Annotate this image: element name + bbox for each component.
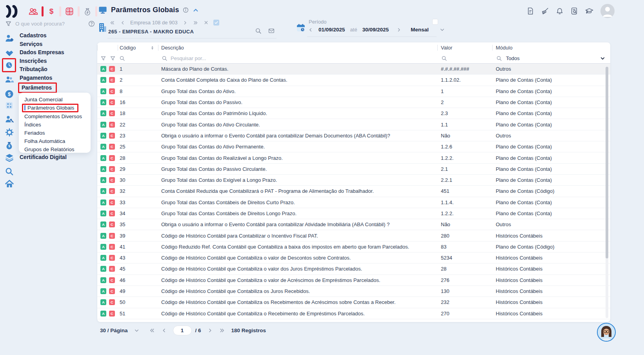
modulo-filter-select[interactable]: Todos [506, 55, 520, 61]
next-period-button[interactable] [396, 27, 402, 33]
handshake-icon[interactable] [5, 49, 14, 58]
app-logo[interactable] [5, 5, 18, 18]
table-row[interactable]: A C 46 Código de Histórico Contábil que … [97, 275, 610, 286]
submenu-item-junta-comercial[interactable]: Junta Comercial [24, 95, 91, 104]
codigo-search-icon[interactable] [119, 55, 125, 61]
modulo-dropdown-chevron-icon[interactable] [600, 55, 606, 61]
sidebar-item-tributacao[interactable]: Tributação [20, 66, 47, 72]
table-row[interactable]: A C 51 Código de Histórico Contábil que … [97, 308, 610, 319]
calculator-grid-icon[interactable] [65, 7, 74, 16]
table-row[interactable]: A C 32 Conta Contábil Reduzida que Conta… [97, 186, 610, 197]
table-row[interactable]: A C 29 Grupo Total das Contas do Passivo… [97, 164, 610, 175]
prev-page-button[interactable] [161, 328, 167, 333]
last-page-button[interactable] [219, 328, 226, 333]
document-search-icon[interactable] [570, 7, 578, 15]
home-icon[interactable] [5, 179, 14, 188]
person-key-icon[interactable] [5, 115, 14, 124]
filter-funnel-icon[interactable] [110, 55, 116, 61]
table-row[interactable]: A C 41 Código Reduzido Ref. Conta Contáb… [97, 242, 610, 253]
header-codigo[interactable]: Código [118, 42, 158, 53]
table-row[interactable]: A C 25 Grupo Total das Contas do Ativo P… [97, 141, 610, 152]
prev-period-button[interactable] [308, 27, 313, 33]
help-icon[interactable] [88, 20, 95, 27]
period-start-date[interactable]: 01/09/2025 [318, 27, 345, 33]
next-page-button[interactable] [207, 328, 213, 333]
envelope-icon[interactable] [268, 27, 275, 34]
broom-icon[interactable] [541, 7, 549, 15]
filter-funnel-icon[interactable] [100, 55, 106, 61]
first-company-button[interactable] [109, 20, 115, 26]
valor-search-icon[interactable] [441, 55, 447, 61]
table-row[interactable]: A C 33 Grupo Total das Contas Contábeis … [97, 197, 610, 208]
header-valor[interactable]: Valor [437, 42, 492, 53]
page-number-input[interactable] [175, 328, 190, 333]
per-page-chevron-icon[interactable] [134, 328, 140, 333]
period-end-date[interactable]: 30/09/2025 [362, 27, 389, 33]
table-row[interactable]: A C 50 Código de Histórico Contábil que … [97, 297, 610, 308]
table-row[interactable]: A C 8 Grupo Total das Contas do Ativo. 1… [97, 86, 610, 97]
sidebar-item-dados-empresas[interactable]: Dados Empresas [20, 49, 64, 55]
support-chat-avatar[interactable] [597, 323, 616, 342]
table-row[interactable]: A C 39 Código de Histórico Contábil para… [97, 230, 610, 241]
submenu-item-grupos-relatorios[interactable]: Grupos de Relatórios [24, 145, 91, 154]
sort-icon[interactable] [150, 45, 155, 51]
first-page-button[interactable] [149, 328, 155, 333]
table-row[interactable]: A C 45 Código de Histórico Contábil que … [97, 264, 610, 274]
sidebar-item-servicos[interactable]: Serviços [20, 41, 42, 47]
period-mode-select[interactable]: Mensal [411, 27, 429, 33]
graduation-cap-icon[interactable] [585, 7, 594, 15]
search-rail-icon[interactable] [5, 167, 14, 176]
layers-icon[interactable] [5, 153, 14, 162]
dollar-icon[interactable]: $ [47, 6, 56, 16]
company-checkbox[interactable] [213, 20, 219, 26]
calculator-icon[interactable] [5, 101, 14, 110]
modulo-search-icon[interactable] [496, 55, 502, 61]
table-row[interactable]: A C 34 Grupo Total das Contas Contábeis … [97, 208, 610, 219]
info-icon[interactable] [183, 7, 189, 13]
sidebar-item-cadastros[interactable]: Cadastros [20, 32, 46, 38]
dollar-circle-icon[interactable]: $ [5, 90, 14, 99]
header-descricao[interactable]: Descrição [158, 42, 437, 53]
table-scrollbar-thumb[interactable] [606, 67, 608, 258]
header-modulo[interactable]: Módulo [492, 42, 610, 53]
table-row[interactable]: A C 35 Obriga o usuário a informar o Eve… [97, 219, 610, 230]
submenu-item-folha-automatica[interactable]: Folha Automática [24, 137, 91, 145]
gear-icon[interactable] [5, 128, 14, 137]
user-settings-icon[interactable] [5, 34, 14, 43]
period-mode-chevron-icon[interactable] [439, 27, 445, 33]
table-row[interactable]: A C 43 Código de Histórico Contábil que … [97, 253, 610, 264]
money-bag-blue-icon[interactable]: $ [5, 141, 14, 150]
table-row[interactable]: A C 23 Obriga o usuário a informar o Eve… [97, 130, 610, 141]
table-row[interactable]: A C 28 Grupo Total das Contas do Realizá… [97, 152, 610, 163]
clock-icon[interactable] [2, 58, 16, 72]
table-row[interactable]: A C 30 Grupo Total das Contas do Exigíve… [97, 175, 610, 186]
last-company-button[interactable] [193, 20, 199, 26]
submenu-item-parametros-globais[interactable]: Parâmetros Globais [22, 104, 78, 112]
money-bag-icon[interactable] [83, 7, 92, 16]
document-icon[interactable] [526, 7, 534, 15]
table-row[interactable]: A C 18 Grupo Total das Contas do Patrimô… [97, 108, 610, 119]
descricao-filter-input[interactable] [171, 55, 437, 61]
people-icon[interactable] [5, 75, 14, 84]
bell-icon[interactable] [556, 7, 564, 15]
sidebar-item-pagamentos[interactable]: Pagamentos [20, 75, 52, 81]
per-page-select[interactable]: 30 / Página [100, 328, 128, 333]
clear-company-button[interactable] [204, 20, 209, 25]
company-search-icon[interactable] [255, 27, 262, 34]
user-avatar[interactable] [600, 4, 615, 18]
next-company-button[interactable] [182, 20, 188, 26]
period-checkbox[interactable] [432, 19, 438, 25]
filter-funnel-icon[interactable] [5, 20, 12, 27]
sidebar-item-certificado-digital[interactable]: Certificado Digital [20, 154, 67, 160]
table-row[interactable]: A C 16 Grupo Total das Contas do Passivo… [97, 97, 610, 108]
table-row[interactable]: A C 1 Máscara do Plano de Contas. #.#.#.… [97, 64, 610, 75]
prev-company-button[interactable] [120, 20, 126, 26]
submenu-item-feriados[interactable]: Feriados [24, 129, 91, 137]
sidebar-search-input[interactable] [15, 21, 85, 27]
table-row[interactable]: A C 22 Grupo Total das Contas do Ativo C… [97, 119, 610, 130]
table-row[interactable]: A C 49 Código de Histórico Contábil que … [97, 286, 610, 297]
sidebar-item-inscricoes[interactable]: Inscrições [20, 58, 47, 64]
users-icon[interactable] [28, 6, 38, 16]
collapse-chevron-up-icon[interactable] [192, 7, 199, 14]
submenu-item-indices[interactable]: Índices [24, 121, 91, 129]
